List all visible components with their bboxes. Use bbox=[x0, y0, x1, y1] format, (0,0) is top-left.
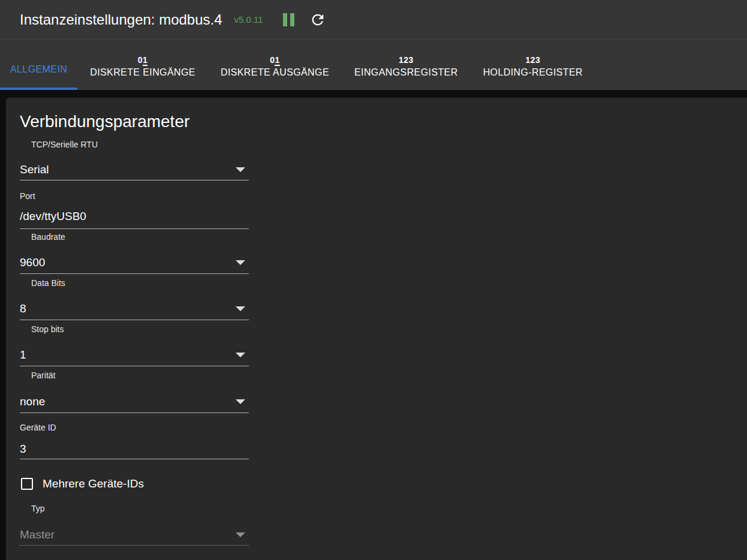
dropdown-arrow-icon bbox=[236, 260, 245, 265]
instance-settings-window: Instanzeinstellungen: modbus.4 v5.0.11 A… bbox=[0, 0, 747, 560]
refresh-button[interactable] bbox=[308, 10, 328, 30]
selected-value: 9600 bbox=[20, 256, 45, 269]
numeric-123-icon: 123 bbox=[399, 55, 414, 65]
field-connection-type: TCP/Serielle RTU Serial bbox=[20, 140, 249, 180]
numeric-123-icon: 123 bbox=[525, 55, 540, 65]
tab-eingangsregister[interactable]: 123 EINGANGSREGISTER bbox=[342, 40, 471, 90]
dropdown-arrow-icon bbox=[236, 167, 245, 172]
field-label: Baudrate bbox=[20, 232, 249, 242]
section-heading: Verbindungsparameter bbox=[20, 113, 733, 131]
field-label: Typ bbox=[20, 504, 249, 513]
pause-icon bbox=[283, 13, 294, 26]
field-label: Parität bbox=[20, 371, 249, 380]
dropdown-arrow-icon bbox=[236, 532, 245, 537]
checkbox-label: Mehrere Geräte-IDs bbox=[43, 477, 144, 490]
header: Instanzeinstellungen: modbus.4 v5.0.11 bbox=[0, 0, 747, 39]
field-label: Port bbox=[20, 191, 249, 201]
port-input[interactable] bbox=[20, 210, 249, 223]
data-bits-select[interactable]: 8 bbox=[20, 302, 249, 320]
selected-value: Master bbox=[20, 528, 55, 541]
tab-diskrete-eingaenge[interactable]: 01 DISKRETE EINGÄNGE bbox=[77, 40, 208, 90]
field-device-id: Geräte ID bbox=[20, 423, 249, 459]
field-data-bits: Data Bits 8 bbox=[20, 278, 249, 320]
field-label: Stop bits bbox=[20, 324, 249, 334]
dropdown-arrow-icon bbox=[236, 353, 245, 357]
selected-value: 1 bbox=[20, 348, 26, 362]
device-id-input[interactable] bbox=[20, 442, 249, 456]
connection-form: TCP/Serielle RTU Serial Port Baudrate bbox=[20, 140, 249, 546]
field-label: TCP/Serielle RTU bbox=[20, 140, 249, 149]
pause-button[interactable] bbox=[279, 10, 299, 30]
page-title: Instanzeinstellungen: modbus.4 bbox=[20, 11, 222, 28]
field-stop-bits: Stop bits 1 bbox=[20, 324, 249, 366]
field-port: Port bbox=[20, 191, 249, 229]
settings-panel: Verbindungsparameter TCP/Serielle RTU Se… bbox=[6, 98, 747, 560]
type-select-disabled: Master bbox=[20, 528, 249, 546]
connection-type-select[interactable]: Serial bbox=[20, 163, 249, 180]
adapter-version: v5.0.11 bbox=[234, 14, 263, 25]
tab-diskrete-ausgaenge[interactable]: 01 DISKRETE AUSGÄNGE bbox=[208, 40, 342, 90]
stop-bits-select[interactable]: 1 bbox=[20, 348, 249, 366]
field-type: Typ Master bbox=[20, 504, 249, 546]
checkbox-unchecked-icon bbox=[21, 478, 33, 490]
multiple-device-ids-checkbox[interactable]: Mehrere Geräte-IDs bbox=[20, 477, 249, 490]
selected-value: Serial bbox=[20, 163, 49, 176]
binary-01-icon: 01 bbox=[270, 55, 280, 65]
baudrate-select[interactable]: 9600 bbox=[20, 256, 249, 274]
refresh-icon bbox=[309, 11, 326, 28]
selected-value: 8 bbox=[20, 302, 26, 315]
active-tab-indicator bbox=[0, 88, 77, 90]
tab-allgemein[interactable]: ALLGEMEIN bbox=[0, 40, 77, 90]
dropdown-arrow-icon bbox=[236, 399, 245, 404]
parity-select[interactable]: none bbox=[20, 395, 249, 413]
tab-bar: ALLGEMEIN 01 DISKRETE EINGÄNGE 01 DISKRE… bbox=[0, 39, 747, 90]
tab-content-background: Verbindungsparameter TCP/Serielle RTU Se… bbox=[0, 90, 747, 560]
dropdown-arrow-icon bbox=[236, 306, 245, 311]
selected-value: none bbox=[20, 395, 45, 408]
field-parity: Parität none bbox=[20, 371, 249, 413]
tab-holding-register[interactable]: 123 HOLDING-REGISTER bbox=[471, 40, 595, 90]
binary-01-icon: 01 bbox=[138, 55, 148, 65]
field-baudrate: Baudrate 9600 bbox=[20, 232, 249, 274]
field-label: Data Bits bbox=[20, 278, 249, 288]
field-label: Geräte ID bbox=[20, 423, 249, 432]
